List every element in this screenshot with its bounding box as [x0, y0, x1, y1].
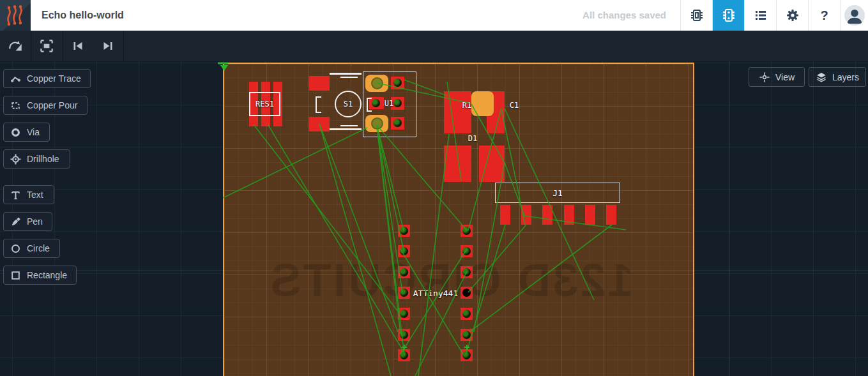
tool-label: Drillhole — [27, 154, 59, 164]
pcb-editor-app: Echo hello-world All changes saved — [0, 0, 868, 376]
component-label-c1: C1 — [505, 100, 524, 110]
tool-rectangle[interactable]: Rectangle — [3, 266, 77, 285]
tool-label: Copper Pour — [27, 100, 77, 110]
drill-hole — [400, 310, 408, 318]
tool-label: Rectangle — [27, 270, 67, 280]
drill-hole — [400, 351, 408, 359]
account-avatar-button[interactable] — [840, 0, 868, 31]
tool-label: Via — [27, 127, 40, 137]
rectangle-icon — [10, 270, 21, 281]
view-button[interactable]: View — [749, 67, 805, 87]
tool-circle[interactable]: Circle — [3, 239, 60, 258]
pcb-view-icon — [721, 8, 736, 23]
app-logo[interactable] — [0, 0, 31, 31]
tool-label: Copper Trace — [27, 73, 81, 84]
drill-hole — [400, 331, 408, 339]
silkscreen-line — [330, 128, 362, 130]
schematic-view-button[interactable] — [680, 0, 712, 31]
drill-hole — [462, 227, 471, 235]
tool-label: Text — [27, 190, 43, 200]
drill-hole — [462, 247, 471, 255]
skip-previous-icon — [70, 38, 86, 54]
flip-rotate-icon — [7, 38, 24, 54]
pad[interactable] — [479, 146, 505, 182]
question-mark-icon: ? — [820, 8, 828, 23]
silkscreen-bracket — [316, 96, 321, 113]
tool-via[interactable]: Via — [3, 123, 50, 142]
schematic-view-icon — [689, 8, 704, 23]
view-button-label: View — [775, 72, 795, 82]
component-label-s1: S1 — [335, 91, 362, 117]
silkscreen-bracket — [367, 98, 372, 112]
avatar — [844, 5, 865, 26]
component-label-mcu: ATTiny441 — [411, 288, 460, 298]
help-button[interactable]: ? — [808, 0, 840, 31]
person-icon — [844, 5, 865, 26]
tool-label: Circle — [27, 243, 50, 253]
copper-trace-icon — [10, 73, 21, 84]
pad[interactable] — [606, 205, 616, 225]
layers-icon — [816, 71, 827, 83]
pad[interactable] — [444, 146, 471, 182]
grid-major-horizontal — [0, 270, 868, 271]
text-icon — [10, 190, 21, 200]
grid-major-vertical — [729, 61, 729, 376]
pad[interactable] — [308, 76, 330, 91]
pad[interactable] — [444, 91, 471, 133]
pad[interactable] — [500, 205, 510, 225]
component-label-j1: J1 — [495, 183, 620, 203]
drill-hole — [400, 247, 408, 255]
silkscreen-line — [330, 73, 362, 75]
drill-hole — [462, 268, 471, 276]
tool-text[interactable]: Text — [3, 185, 54, 204]
drill-hole — [462, 331, 471, 339]
step-forward-button[interactable] — [93, 31, 124, 61]
zoom-to-fit-icon — [38, 38, 55, 54]
list-icon — [753, 8, 768, 23]
layers-button-label: Layers — [832, 72, 859, 82]
step-back-button[interactable] — [63, 31, 93, 61]
component-label-r1: R1 — [457, 100, 476, 110]
silkscreen-line — [340, 77, 358, 78]
editor-toolbar: View Layers — [0, 31, 868, 61]
component-label-d1: D1 — [463, 133, 482, 143]
header-buttons: ? — [680, 0, 868, 31]
tool-drillhole[interactable]: Drillhole — [3, 149, 70, 169]
gear-icon — [785, 8, 800, 23]
bom-list-button[interactable] — [744, 0, 776, 31]
tool-pen[interactable]: Pen — [3, 212, 52, 231]
pcb-view-button[interactable] — [712, 0, 744, 31]
project-title: Echo hello-world — [31, 0, 582, 31]
pad[interactable] — [585, 205, 595, 225]
pad[interactable] — [564, 205, 574, 225]
silkscreen-line — [340, 125, 358, 126]
pad[interactable] — [521, 205, 531, 225]
circuits-logo-icon — [4, 4, 26, 26]
header: Echo hello-world All changes saved — [0, 0, 868, 31]
skip-next-icon — [100, 38, 116, 54]
pad[interactable] — [542, 205, 552, 225]
tool-copper-trace[interactable]: Copper Trace — [3, 69, 91, 88]
drillhole-icon — [10, 154, 21, 165]
tool-label: Pen — [27, 216, 43, 227]
drill-hole — [400, 289, 408, 297]
copper-pour-icon — [10, 100, 21, 111]
board-watermark: 123D CIRCUITS — [259, 254, 643, 306]
drill-hole — [462, 310, 471, 318]
crosshair-icon — [759, 71, 770, 83]
circle-icon — [10, 243, 21, 254]
drill-hole — [400, 268, 408, 276]
save-status: All changes saved — [582, 0, 680, 31]
component-label-u1: U1 — [381, 99, 397, 108]
drill-hole — [462, 351, 471, 359]
zoom-to-fit-button[interactable] — [31, 31, 63, 61]
drill-hole — [400, 227, 408, 235]
tool-copper-pour[interactable]: Copper Pour — [3, 96, 88, 115]
via-icon — [10, 127, 21, 138]
settings-button[interactable] — [776, 0, 808, 31]
drill-hole — [462, 289, 471, 297]
component-label-res1: RES1 — [249, 99, 280, 109]
layers-button[interactable]: Layers — [809, 67, 866, 87]
flip-rotate-button[interactable] — [0, 31, 31, 61]
pad[interactable] — [308, 117, 330, 132]
